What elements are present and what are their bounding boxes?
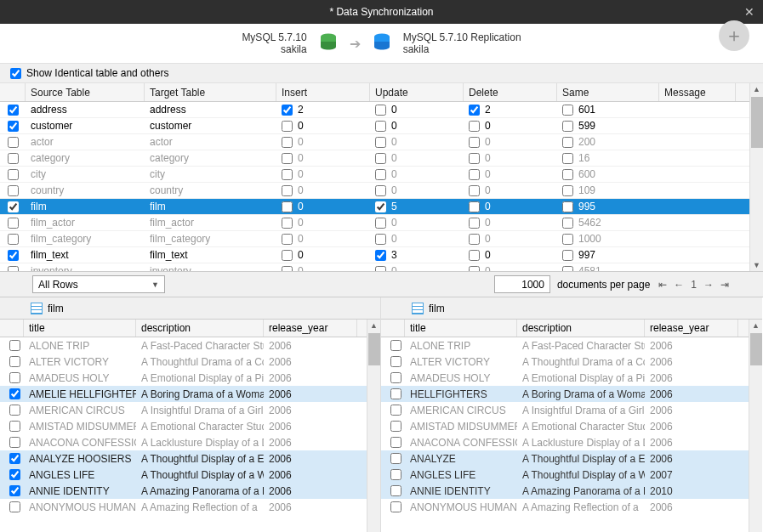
checkbox[interactable]: [282, 153, 293, 164]
col-update[interactable]: Update: [370, 83, 464, 101]
data-row[interactable]: AMELIE HELLFIGHTERSA Boring Drama of a W…: [0, 386, 380, 402]
data-row[interactable]: ALONE TRIPA Fast-Paced Character Stud200…: [381, 337, 762, 354]
next-page-icon[interactable]: →: [702, 279, 715, 291]
checkbox[interactable]: [375, 201, 386, 212]
checkbox[interactable]: [562, 185, 573, 196]
checkbox[interactable]: [390, 501, 401, 512]
col-target[interactable]: Target Table: [145, 83, 276, 101]
data-row[interactable]: ANALYZEA Thoughtful Display of a E2006: [381, 450, 762, 467]
col-release-year[interactable]: release_year: [645, 320, 738, 337]
table-row[interactable]: inventoryinventory0004581: [0, 263, 763, 272]
data-row[interactable]: ALTER VICTORYA Thoughtful Drama of a Cc2…: [0, 354, 380, 370]
first-page-icon[interactable]: ⇤: [657, 279, 669, 291]
checkbox[interactable]: [562, 234, 573, 245]
checkbox[interactable]: [9, 485, 20, 496]
checkbox[interactable]: [469, 266, 480, 273]
checkbox[interactable]: [8, 169, 19, 180]
checkbox[interactable]: [9, 372, 20, 383]
checkbox[interactable]: [469, 201, 480, 212]
checkbox[interactable]: [9, 421, 20, 432]
checkbox[interactable]: [390, 485, 401, 496]
checkbox[interactable]: [469, 137, 480, 148]
col-delete[interactable]: Delete: [464, 83, 557, 101]
checkbox[interactable]: [282, 234, 293, 245]
checkbox[interactable]: [375, 121, 386, 132]
checkbox[interactable]: [562, 201, 573, 212]
table-row[interactable]: countrycountry000109: [0, 183, 763, 199]
checkbox[interactable]: [375, 137, 386, 148]
checkbox[interactable]: [390, 437, 401, 448]
checkbox[interactable]: [9, 388, 20, 399]
checkbox[interactable]: [562, 153, 573, 164]
checkbox[interactable]: [282, 121, 293, 132]
scroll-up-icon[interactable]: ▲: [749, 320, 762, 331]
page-size-input[interactable]: [494, 275, 550, 293]
vertical-scrollbar[interactable]: ▲ ▼: [749, 83, 763, 271]
checkbox[interactable]: [8, 121, 19, 132]
table-row[interactable]: addressaddress202601: [0, 102, 763, 118]
checkbox[interactable]: [8, 153, 19, 164]
checkbox[interactable]: [282, 169, 293, 180]
checkbox[interactable]: [282, 105, 293, 116]
table-row[interactable]: citycity000600: [0, 167, 763, 183]
checkbox[interactable]: [375, 185, 386, 196]
checkbox[interactable]: [469, 185, 480, 196]
prev-page-icon[interactable]: ←: [672, 279, 686, 291]
data-row[interactable]: ANALYZE HOOSIERSA Thoughtful Display of …: [0, 450, 380, 467]
data-row[interactable]: AMISTAD MIDSUMMERA Emotional Character S…: [381, 418, 762, 434]
show-identical-checkbox[interactable]: [10, 68, 21, 79]
data-row[interactable]: ANGLES LIFEA Thoughtful Display of a W20…: [381, 467, 762, 483]
checkbox[interactable]: [375, 250, 386, 261]
checkbox[interactable]: [469, 234, 480, 245]
col-release-year[interactable]: release_year: [264, 320, 357, 337]
table-row[interactable]: actoractor000200: [0, 134, 763, 150]
scroll-thumb[interactable]: [751, 97, 763, 148]
checkbox[interactable]: [390, 340, 401, 351]
checkbox[interactable]: [390, 405, 401, 416]
data-row[interactable]: ANONYMOUS HUMANA Amazing Reflection of a…: [0, 499, 380, 515]
table-row[interactable]: film_textfilm_text030997: [0, 247, 763, 263]
checkbox[interactable]: [375, 105, 386, 116]
scroll-up-icon[interactable]: ▲: [750, 83, 763, 95]
checkbox[interactable]: [562, 266, 573, 273]
checkbox[interactable]: [9, 356, 20, 367]
checkbox[interactable]: [469, 250, 480, 261]
checkbox[interactable]: [8, 137, 19, 148]
scroll-up-icon[interactable]: ▲: [367, 320, 380, 331]
col-insert[interactable]: Insert: [276, 83, 370, 101]
vertical-scrollbar[interactable]: ▲ ▼: [367, 320, 380, 532]
checkbox[interactable]: [375, 153, 386, 164]
data-row[interactable]: AMERICAN CIRCUSA Insightful Drama of a G…: [0, 402, 380, 418]
checkbox[interactable]: [562, 121, 573, 132]
last-page-icon[interactable]: ⇥: [719, 279, 731, 291]
vertical-scrollbar[interactable]: ▲ ▼: [749, 320, 762, 532]
checkbox[interactable]: [282, 137, 293, 148]
data-row[interactable]: ANNIE IDENTITYA Amazing Panorama of a P2…: [0, 483, 380, 499]
checkbox[interactable]: [8, 218, 19, 229]
checkbox[interactable]: [469, 153, 480, 164]
col-title[interactable]: title: [405, 320, 517, 337]
table-row[interactable]: customercustomer000599: [0, 118, 763, 134]
checkbox[interactable]: [8, 250, 19, 261]
checkbox[interactable]: [282, 250, 293, 261]
col-description[interactable]: description: [136, 320, 264, 337]
checkbox[interactable]: [9, 501, 20, 512]
data-row[interactable]: ANACONA CONFESSIOA Lacklusture Display o…: [0, 434, 380, 450]
checkbox[interactable]: [469, 105, 480, 116]
checkbox[interactable]: [390, 356, 401, 367]
add-button[interactable]: ＋: [719, 20, 749, 51]
checkbox[interactable]: [8, 105, 19, 116]
checkbox[interactable]: [9, 340, 20, 351]
checkbox[interactable]: [390, 372, 401, 383]
col-description[interactable]: description: [517, 320, 645, 337]
checkbox[interactable]: [8, 234, 19, 245]
checkbox[interactable]: [375, 266, 386, 273]
checkbox[interactable]: [9, 405, 20, 416]
data-row[interactable]: HELLFIGHTERSA Boring Drama of a Woma2006: [381, 386, 762, 402]
data-row[interactable]: ANONYMOUS HUMANA Amazing Reflection of a…: [381, 499, 762, 515]
checkbox[interactable]: [562, 250, 573, 261]
col-title[interactable]: title: [24, 320, 136, 337]
data-row[interactable]: AMADEUS HOLYA Emotional Display of a Pic…: [381, 370, 762, 386]
checkbox[interactable]: [562, 218, 573, 229]
checkbox[interactable]: [390, 421, 401, 432]
